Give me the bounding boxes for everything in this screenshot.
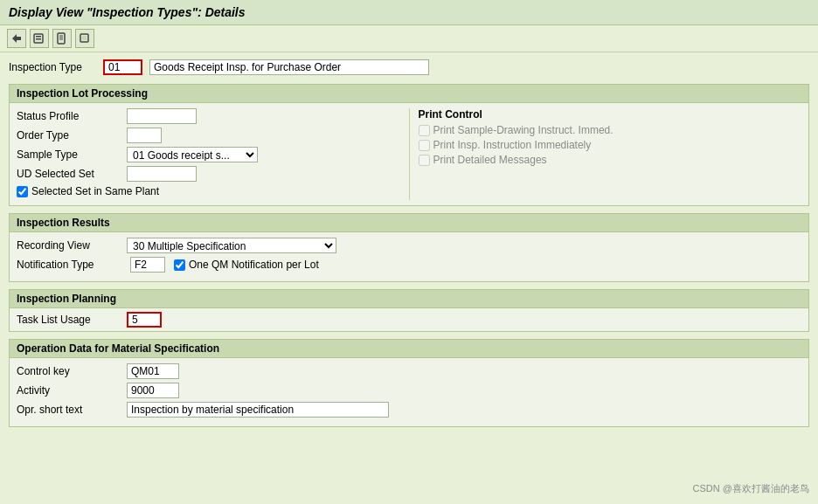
opr-short-text-row: Opr. short text xyxy=(17,402,801,418)
print-detailed-row: Print Detailed Messages xyxy=(419,154,802,166)
svg-rect-2 xyxy=(36,36,41,38)
activity-label: Activity xyxy=(17,384,121,397)
toolbar-btn-2[interactable] xyxy=(30,29,49,48)
sample-type-select[interactable]: 01 Goods receipt s... xyxy=(127,147,258,162)
one-qm-label: One QM Notification per Lot xyxy=(189,259,319,271)
operation-data-body: Control key Activity Opr. short text xyxy=(10,358,808,426)
svg-rect-3 xyxy=(36,38,41,40)
inspection-planning-header: Inspection Planning xyxy=(10,290,808,308)
operation-data-section: Operation Data for Material Specificatio… xyxy=(9,339,809,427)
print-sample-label: Print Sample-Drawing Instruct. Immed. xyxy=(433,124,614,136)
task-list-usage-label: Task List Usage xyxy=(17,314,121,326)
inspection-type-row: Inspection Type xyxy=(9,59,809,75)
print-control-header: Print Control xyxy=(419,108,802,121)
activity-input[interactable] xyxy=(127,383,179,398)
task-list-usage-input[interactable] xyxy=(127,312,162,328)
status-profile-row: Status Profile xyxy=(17,108,400,124)
activity-row: Activity xyxy=(17,383,801,398)
ud-selected-set-row: UD Selected Set xyxy=(17,166,400,182)
one-qm-checkbox[interactable] xyxy=(174,259,185,271)
order-type-input[interactable] xyxy=(127,128,162,143)
recording-view-row: Recording View 30 Multiple Specification xyxy=(17,238,801,253)
lot-processing-section: Inspection Lot Processing Status Profile… xyxy=(9,84,809,206)
status-profile-input[interactable] xyxy=(127,108,197,124)
control-key-row: Control key xyxy=(17,363,801,379)
print-insp-label: Print Insp. Instruction Immediately xyxy=(433,139,592,151)
ud-selected-set-label: UD Selected Set xyxy=(17,168,121,180)
selected-set-same-plant-row: Selected Set in Same Plant xyxy=(17,185,400,197)
opr-short-text-label: Opr. short text xyxy=(17,404,121,416)
one-qm-row: One QM Notification per Lot xyxy=(174,259,319,271)
notification-type-row: Notification Type One QM Notification pe… xyxy=(17,257,801,273)
print-sample-row: Print Sample-Drawing Instruct. Immed. xyxy=(419,124,802,136)
status-profile-label: Status Profile xyxy=(17,110,121,122)
print-detailed-checkbox[interactable] xyxy=(419,155,430,166)
control-key-input[interactable] xyxy=(127,363,179,379)
inspection-results-header: Inspection Results xyxy=(10,214,808,232)
toolbar xyxy=(0,25,818,52)
notification-type-label: Notification Type xyxy=(17,259,121,271)
svg-marker-0 xyxy=(12,34,21,43)
control-key-label: Control key xyxy=(17,365,121,377)
print-insp-checkbox[interactable] xyxy=(419,140,430,151)
title-bar: Display View "Inspection Types": Details xyxy=(0,0,818,25)
recording-view-select[interactable]: 30 Multiple Specification xyxy=(127,238,336,253)
toolbar-btn-3[interactable] xyxy=(52,29,72,48)
lot-processing-left: Status Profile Order Type Sample Type 01… xyxy=(17,108,409,200)
inspection-type-code[interactable] xyxy=(103,59,142,75)
operation-data-header: Operation Data for Material Specificatio… xyxy=(10,340,808,358)
watermark: CSDN @喜欢打酱油的老鸟 xyxy=(693,482,809,495)
inspection-results-body: Recording View 30 Multiple Specification… xyxy=(10,232,808,281)
lot-processing-body: Status Profile Order Type Sample Type 01… xyxy=(10,103,808,205)
inspection-planning-section: Inspection Planning Task List Usage xyxy=(9,289,809,332)
page-title: Display View "Inspection Types": Details xyxy=(9,5,809,19)
sample-type-label: Sample Type xyxy=(17,148,121,161)
sample-type-row: Sample Type 01 Goods receipt s... xyxy=(17,147,400,162)
opr-short-text-input[interactable] xyxy=(127,402,389,418)
task-list-row: Task List Usage xyxy=(10,308,808,331)
toolbar-btn-4[interactable] xyxy=(75,29,94,48)
recording-view-label: Recording View xyxy=(17,239,121,252)
print-insp-row: Print Insp. Instruction Immediately xyxy=(419,139,802,151)
print-detailed-label: Print Detailed Messages xyxy=(433,154,547,166)
toolbar-btn-1[interactable] xyxy=(7,29,26,48)
order-type-label: Order Type xyxy=(17,129,121,142)
order-type-row: Order Type xyxy=(17,128,400,143)
lot-processing-header: Inspection Lot Processing xyxy=(10,85,808,103)
inspection-type-description[interactable] xyxy=(149,59,429,75)
inspection-results-section: Inspection Results Recording View 30 Mul… xyxy=(9,213,809,282)
ud-selected-set-input[interactable] xyxy=(127,166,197,182)
print-sample-checkbox[interactable] xyxy=(419,125,430,136)
notification-type-input[interactable] xyxy=(130,257,165,273)
inspection-type-label: Inspection Type xyxy=(9,61,96,73)
svg-rect-4 xyxy=(58,33,65,44)
print-control-right: Print Control Print Sample-Drawing Instr… xyxy=(409,108,802,200)
svg-rect-9 xyxy=(82,36,87,40)
selected-set-same-plant-label: Selected Set in Same Plant xyxy=(31,185,159,197)
selected-set-same-plant-checkbox[interactable] xyxy=(17,186,28,197)
main-content: Inspection Type Inspection Lot Processin… xyxy=(0,52,818,441)
